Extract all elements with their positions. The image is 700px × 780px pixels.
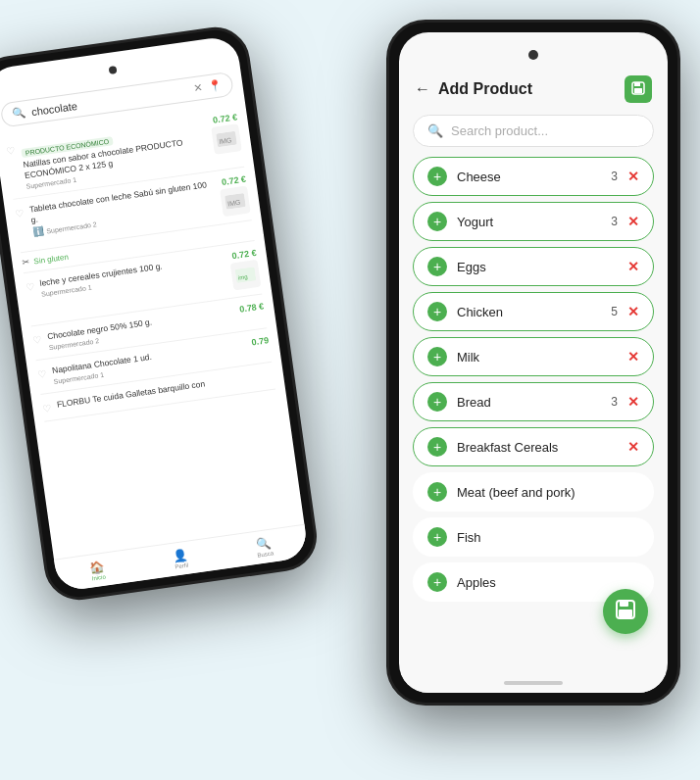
add-product-button[interactable]: + [427,257,447,276]
product-name-right: Milk [457,350,618,365]
product-name-right: Eggs [457,260,618,274]
remove-product-button[interactable]: ✕ [627,394,639,410]
page-title: Add Product [438,80,532,98]
right-search-bar[interactable]: 🔍 Search product... [413,115,654,147]
header-left: ← Add Product [415,80,532,98]
save-header-button[interactable] [625,75,652,103]
add-product-button[interactable]: + [427,167,447,186]
home-icon: 🏠 [89,560,106,575]
location-icon[interactable]: 📍 [207,78,223,93]
qty-badge: 3 [611,215,618,228]
qty-badge: 3 [611,170,618,183]
nav-label-profile: Perfil [175,562,188,570]
clear-search-icon[interactable]: ✕ [193,81,204,95]
add-product-button[interactable]: + [427,482,447,502]
list-item: + Breakfast Cereals ✕ [413,427,654,466]
product-name-right: Breakfast Cereals [457,440,618,455]
list-item: + Yogurt 3 ✕ [413,202,654,241]
search-icon-right: 🔍 [427,123,443,138]
product-thumb: img [230,260,262,291]
list-item: + Cheese 3 ✕ [413,157,654,196]
heart-icon[interactable]: ♡ [15,208,25,219]
home-indicator [504,681,563,685]
search-placeholder: Search product... [451,123,548,138]
qty-badge: 3 [611,395,618,409]
svg-rect-7 [634,82,640,86]
alert-text: Sin gluten [33,252,69,266]
add-product-button[interactable]: + [427,392,447,412]
svg-rect-8 [634,88,642,93]
qty-badge: 5 [611,305,618,318]
remove-product-button[interactable]: ✕ [627,169,639,184]
product-thumb: IMG [220,186,251,218]
list-item: + Meat (beef and pork) [413,472,654,512]
remove-product-button[interactable]: ✕ [627,214,639,229]
profile-icon: 👤 [172,548,188,563]
heart-icon[interactable]: ♡ [6,145,16,157]
nav-item-search[interactable]: 🔍 Busca [255,536,274,559]
list-item: + Bread 3 ✕ [413,382,654,421]
list-item: + Fish [413,517,654,557]
nav-label-home: Inicio [91,574,106,582]
heart-icon[interactable]: ♡ [37,368,47,380]
left-product-list: ♡ PRODUCTO ECONÓMICO Natillas con sabor … [0,100,304,560]
remove-product-button[interactable]: ✕ [627,259,639,274]
add-product-button[interactable]: + [427,437,447,457]
product-name-right: Yogurt [457,215,601,229]
right-phone: ← Add Product [386,20,680,706]
left-phone: 🔍 chocolate ✕ 📍 ♡ PRODUCTO ECONÓMICO Nat… [0,23,322,605]
product-price: 0.78 € [239,301,265,314]
product-name-right: Meat (beef and pork) [457,485,639,500]
info-icon: ℹ️ [32,226,44,237]
list-item: + Milk ✕ [413,337,654,376]
bottom-bar [399,673,668,693]
add-product-button[interactable]: + [427,212,447,231]
add-product-button[interactable]: + [427,527,447,547]
svg-rect-11 [619,609,632,617]
search-nav-icon: 🔍 [256,536,273,552]
fab-save-icon [615,599,636,625]
remove-product-button[interactable]: ✕ [627,439,639,455]
product-price: 0.79 [251,335,270,347]
scissors-icon: ✂ [22,257,30,268]
heart-icon[interactable]: ♡ [42,403,52,414]
right-header: ← Add Product [399,68,668,109]
product-thumb: IMG [211,123,242,155]
back-button[interactable]: ← [415,80,430,98]
product-name-right: Fish [457,530,639,545]
product-name-right: Chicken [457,305,601,319]
fab-save-button[interactable] [603,589,648,634]
save-icon-header [631,81,645,98]
product-name-right: Apples [457,575,639,590]
add-product-button[interactable]: + [427,347,447,366]
heart-icon[interactable]: ♡ [32,334,42,346]
nav-item-home[interactable]: 🏠 Inicio [89,560,107,582]
remove-product-button[interactable]: ✕ [627,304,639,319]
add-product-button[interactable]: + [427,572,447,592]
list-item: + Eggs ✕ [413,247,654,286]
svg-rect-10 [620,601,628,607]
product-name-right: Cheese [457,170,601,184]
remove-product-button[interactable]: ✕ [627,349,639,365]
camera-notch-right [528,50,538,60]
heart-icon[interactable]: ♡ [25,281,34,293]
add-product-button[interactable]: + [427,302,447,321]
search-icon-left: 🔍 [11,106,26,121]
product-name-right: Bread [457,395,601,410]
nav-item-profile[interactable]: 👤 Perfil [172,548,189,570]
nav-label-search: Busca [257,550,274,558]
list-item: + Chicken 5 ✕ [413,292,654,331]
